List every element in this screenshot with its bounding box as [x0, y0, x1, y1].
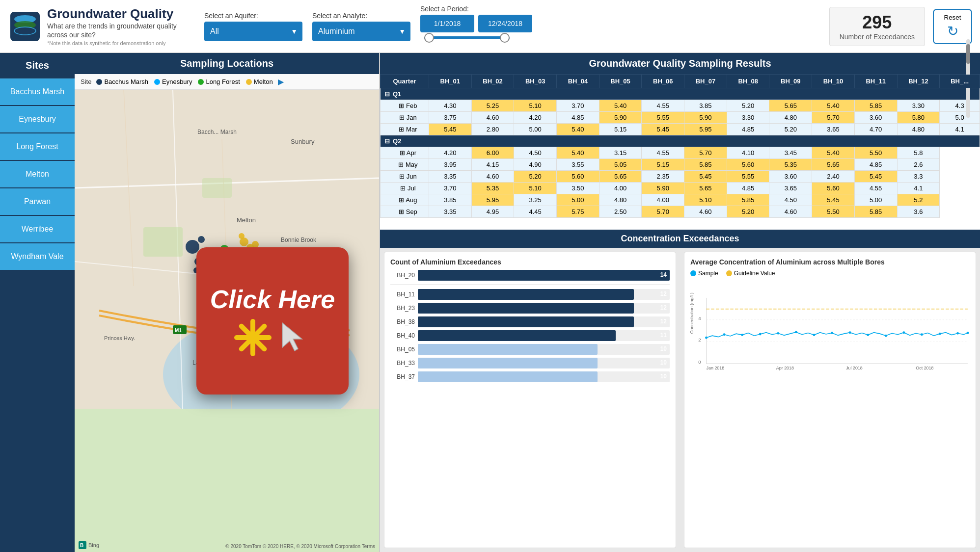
- period-inputs: [420, 15, 532, 32]
- bar-fill: [418, 371, 598, 382]
- table-section: Groundwater Quality Sampling Results Qua…: [380, 53, 980, 230]
- table-row: ⊞ Mar5.452.805.005.405.155.455.954.855.2…: [381, 124, 980, 135]
- map-legend-items: Bacchus MarshEynesburyLong ForestMelton: [96, 78, 272, 85]
- svg-point-79: [867, 334, 869, 336]
- bar-label: BH_38: [390, 318, 415, 325]
- aquifer-dropdown-wrapper[interactable]: All ▼: [204, 22, 302, 41]
- table-row: ⊞ Apr4.206.004.505.403.154.555.704.103.4…: [381, 147, 980, 159]
- sidebar-item-bacchus-marsh[interactable]: Bacchus Marsh: [0, 79, 75, 106]
- bar-row-bh_40: BH_4011: [390, 330, 670, 341]
- sidebar-item-long-forest[interactable]: Long Forest: [0, 133, 75, 161]
- svg-point-73: [759, 333, 762, 336]
- bar-value: 12: [660, 304, 667, 311]
- svg-point-83: [939, 333, 941, 335]
- table-group-row: ⊟Q2: [381, 135, 980, 147]
- legend-item-eynesbury: Eynesbury: [154, 78, 192, 85]
- svg-text:Bonnie Brook: Bonnie Brook: [281, 237, 317, 243]
- aquifer-select[interactable]: All: [204, 22, 302, 41]
- bar-fill: [418, 330, 616, 341]
- slider-thumb-left[interactable]: [424, 33, 434, 43]
- app-note: *Note this data is synthetic for demonst…: [47, 40, 185, 46]
- header: Groundwater Quality What are the trends …: [0, 0, 980, 53]
- table-row: ⊞ May3.954.154.903.555.055.155.855.605.3…: [381, 159, 980, 171]
- bar-value: 10: [660, 359, 667, 366]
- bar-fill: [418, 303, 634, 314]
- bar-bg: 12: [418, 316, 670, 327]
- exceedances-count: 295: [840, 12, 915, 33]
- table-row: ⊞ Jan3.754.604.204.855.905.555.903.304.8…: [381, 112, 980, 124]
- sidebar: Sites Bacchus MarshEynesburyLong ForestM…: [0, 53, 75, 552]
- bar-separator: [390, 285, 670, 285]
- bar-bg: 10: [418, 358, 670, 368]
- sidebar-item-melton[interactable]: Melton: [0, 161, 75, 188]
- guideline-dot: [726, 270, 732, 276]
- col-bh_09: BH_09: [769, 75, 812, 88]
- bar-value: 10: [660, 373, 667, 380]
- svg-text:Oct 2018: Oct 2018: [916, 366, 933, 370]
- table-row: ⊞ Aug3.855.953.255.004.804.005.105.854.5…: [381, 194, 980, 206]
- bar-row-bh_11: BH_1112: [390, 289, 670, 300]
- bar-label: BH_20: [390, 272, 415, 279]
- slider-container[interactable]: [420, 36, 514, 48]
- legend-site-label: Site: [81, 78, 91, 85]
- svg-point-84: [956, 332, 959, 335]
- sidebar-item-parwan[interactable]: Parwan: [0, 188, 75, 216]
- bar-bg: 12: [418, 289, 670, 300]
- svg-point-78: [849, 331, 851, 334]
- period-control: Select a Period:: [420, 5, 532, 48]
- bar-value: 14: [660, 271, 667, 278]
- col-bh_...: BH_...: [940, 75, 980, 88]
- svg-point-75: [795, 331, 797, 333]
- col-bh_08: BH_08: [727, 75, 769, 88]
- bar-row-bh_38: BH_3812: [390, 316, 670, 327]
- col-bh_07: BH_07: [684, 75, 727, 88]
- reset-button[interactable]: Reset ↻: [933, 9, 972, 44]
- svg-text:Sunbury: Sunbury: [291, 138, 315, 145]
- sidebar-item-werribee[interactable]: Werribee: [0, 216, 75, 243]
- slider-fill: [424, 36, 510, 39]
- svg-text:0: 0: [698, 359, 701, 365]
- svg-point-74: [777, 332, 779, 335]
- svg-text:Jan 2018: Jan 2018: [707, 366, 725, 370]
- svg-text:Melton: Melton: [237, 216, 256, 224]
- col-bh_02: BH_02: [471, 75, 514, 88]
- scrollbar-thumb[interactable]: [966, 44, 970, 64]
- svg-point-72: [741, 334, 743, 336]
- period-start-input[interactable]: [420, 15, 474, 32]
- bar-value: 12: [660, 318, 667, 325]
- legend-more-icon[interactable]: ▶: [278, 77, 284, 86]
- svg-point-80: [885, 335, 887, 337]
- bar-chart-title: Count of Aluminium Exceedances: [390, 258, 670, 266]
- click-here-overlay[interactable]: Click Here: [196, 247, 349, 394]
- analyte-dropdown-wrapper[interactable]: Aluminium ▼: [312, 22, 410, 41]
- bar-label: BH_05: [390, 346, 415, 353]
- bar-label: BH_23: [390, 305, 415, 312]
- analyte-select[interactable]: Aluminium: [312, 22, 410, 41]
- legend-item-long-forest: Long Forest: [198, 78, 240, 85]
- svg-point-70: [705, 337, 708, 339]
- table-wrapper[interactable]: QuarterBH_01BH_02BH_03BH_04BH_05BH_06BH_…: [380, 74, 980, 227]
- sidebar-item-eynesbury[interactable]: Eynesbury: [0, 106, 75, 133]
- exceedances-box: 295 Number of Exceedances: [829, 7, 925, 46]
- slider-thumb-right[interactable]: [500, 33, 510, 43]
- legend-dot-bacchus-marsh: [96, 79, 102, 85]
- svg-rect-11: [143, 227, 183, 257]
- period-end-input[interactable]: [478, 15, 532, 32]
- bar-fill: [418, 344, 598, 355]
- period-slider[interactable]: [420, 36, 532, 48]
- legend-sample: Sample: [690, 270, 718, 277]
- exceedances-label: Number of Exceedances: [840, 33, 915, 41]
- logo-area: Groundwater Quality What are the trends …: [8, 6, 194, 46]
- table-row: ⊞ Jul3.705.355.103.504.005.905.654.853.6…: [381, 183, 980, 194]
- svg-text:Bacch... Marsh: Bacch... Marsh: [197, 129, 237, 135]
- svg-point-38: [239, 233, 245, 239]
- map-section: Sampling Locations Site Bacchus MarshEyn…: [75, 53, 380, 552]
- aquifer-label: Select an Aquifer:: [204, 12, 302, 20]
- sidebar-item-wyndham-vale[interactable]: Wyndham Vale: [0, 243, 75, 271]
- bar-chart: BH_2014BH_1112BH_2312BH_3812BH_4011BH_05…: [390, 270, 670, 382]
- analyte-control: Select an Analyte: Aluminium ▼: [312, 12, 410, 41]
- right-panel: Groundwater Quality Sampling Results Qua…: [380, 53, 980, 552]
- map-container[interactable]: Sunbury Melton Bonnie Brook Deer Pa... B…: [75, 90, 379, 552]
- table-row: ⊞ Jun3.354.605.205.605.652.355.455.553.6…: [381, 171, 980, 183]
- map-title: Sampling Locations: [75, 53, 379, 74]
